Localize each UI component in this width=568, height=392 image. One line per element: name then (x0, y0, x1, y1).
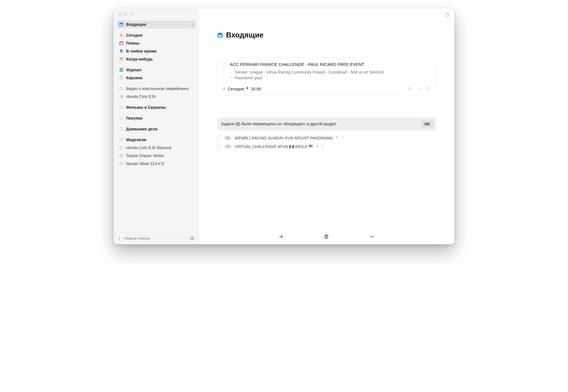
open-in-new-window-button[interactable] (445, 12, 450, 19)
project-progress-icon (119, 153, 124, 158)
sidebar-item-label: Фильмы и Сериалы (126, 105, 193, 110)
day-badge: Пт (224, 144, 232, 149)
svg-point-29 (418, 90, 419, 90)
inbox-icon (217, 32, 223, 38)
task-list: Вс WEMBLI RACING SUNDAY FUN MOUNT PANORA… (217, 134, 436, 151)
area-icon (119, 137, 124, 142)
tag-button[interactable] (408, 87, 412, 91)
task-checkbox[interactable] (217, 136, 222, 140)
move-button[interactable] (278, 234, 284, 241)
sidebar-area-films[interactable]: Фильмы и Сериалы (116, 103, 196, 111)
sidebar-area-shopping[interactable]: Покупки (116, 114, 196, 122)
trash-icon (119, 75, 124, 80)
task-when[interactable]: Сегодня 22:00 (222, 87, 261, 91)
stack-icon (445, 12, 450, 18)
task-row[interactable]: Вс WEMBLI RACING SUNDAY FUN MOUNT PANORA… (217, 134, 436, 142)
svg-point-17 (120, 146, 123, 149)
bell-icon (316, 144, 319, 149)
sidebar-project-silvia[interactable]: Nissan Silvia S13 K'S (116, 160, 196, 168)
svg-rect-10 (120, 77, 122, 79)
svg-rect-4 (120, 43, 121, 43)
reminder-time: 22:00 (251, 87, 261, 91)
new-list-label: Новый список (124, 236, 150, 241)
project-progress-icon (119, 94, 124, 99)
sidebar-item-label: Сегодня (126, 33, 193, 37)
task-row[interactable]: Пт VIRTUAL CHALLENGE 4FUN 🇮🇹 IMOLA 🏁 (217, 142, 436, 151)
sidebar-logbook[interactable]: Журнал (116, 66, 196, 74)
svg-point-26 (409, 88, 409, 88)
sidebar-today[interactable]: Сегодня (116, 31, 196, 39)
sidebar-inbox[interactable]: Входящие 1 (116, 20, 196, 28)
more-button[interactable] (369, 233, 375, 241)
sidebar-anytime[interactable]: В любое время (116, 47, 196, 55)
app-window: Входящие 1 Сегодня (114, 9, 454, 244)
svg-point-21 (191, 238, 192, 239)
star-icon (119, 33, 124, 38)
project-icon (119, 161, 124, 166)
task-notes[interactable]: –Serwer: League - Virtua Racing Communit… (230, 69, 431, 81)
sidebar-item-label: Планы (126, 41, 193, 45)
tag-icon (408, 87, 412, 91)
page-title-text: Входящие (226, 31, 264, 39)
flag-button[interactable] (427, 87, 431, 91)
bottom-toolbar (199, 230, 454, 244)
checklist-icon (417, 87, 422, 91)
svg-rect-24 (218, 33, 222, 37)
sidebar-item-label: Honda Civic EJ9 Stanced (126, 145, 193, 150)
note-icon (321, 144, 324, 149)
moved-notice: Задачи (2) были перемещены из «Входящих»… (217, 118, 436, 130)
note-line: Serwer: League - Virtua Racing Community… (235, 69, 383, 75)
sidebar-item-label: Honda Civic EJ9 (126, 94, 193, 99)
svg-point-33 (373, 236, 374, 237)
delete-button[interactable] (323, 234, 329, 241)
task-title[interactable]: ACC FERRARI FRANCE CHALLENGE - PAUL RICA… (230, 62, 364, 67)
svg-rect-16 (120, 139, 123, 141)
svg-point-27 (418, 87, 419, 88)
logbook-icon (119, 67, 124, 72)
sidebar-settings-button[interactable] (189, 235, 195, 241)
minimize-window-icon[interactable] (124, 12, 127, 16)
svg-rect-15 (120, 128, 123, 130)
task-checkbox[interactable] (222, 62, 226, 67)
notice-ok-button[interactable]: OK (421, 120, 434, 128)
zoom-window-icon[interactable] (130, 12, 133, 16)
sidebar-area-home[interactable]: Домашние дела (116, 125, 196, 133)
task-card[interactable]: ACC FERRARI FRANCE CHALLENGE - PAUL RICA… (217, 58, 436, 95)
area-icon (119, 116, 124, 121)
svg-rect-8 (120, 59, 123, 61)
sidebar-item-label: Покупки (126, 116, 193, 120)
new-list-button[interactable]: ＋ Новый список (117, 236, 186, 241)
close-window-icon[interactable] (118, 12, 122, 16)
sidebar-item-label: Корзина (126, 76, 193, 80)
sidebar-area-modeling[interactable]: Моделизм (116, 136, 196, 144)
calendar-icon (119, 41, 124, 46)
sidebar-item-label: Nissan Silvia S13 K'S (126, 161, 193, 166)
svg-rect-14 (120, 117, 123, 119)
sliders-icon (189, 236, 195, 241)
svg-rect-0 (119, 22, 123, 26)
sidebar-upcoming[interactable]: Планы (116, 39, 196, 47)
sidebar-someday[interactable]: Когда-нибудь (116, 55, 196, 63)
archive-icon (119, 57, 124, 62)
task-checkbox[interactable] (217, 144, 222, 149)
svg-point-32 (371, 236, 372, 237)
svg-point-28 (418, 89, 419, 89)
checklist-button[interactable] (417, 87, 422, 91)
svg-rect-5 (121, 43, 122, 43)
task-title: WEMBLI RACING SUNDAY FUN MOUNT PANORAMA (235, 136, 333, 140)
ellipsis-icon (369, 233, 375, 240)
sidebar-trash[interactable]: Корзина (116, 74, 196, 82)
flag-icon (427, 87, 431, 91)
svg-rect-25 (219, 35, 222, 37)
note-icon (341, 136, 344, 140)
sidebar-project-civic-stanced[interactable]: Honda Civic EJ9 Stanced (116, 144, 196, 152)
sidebar-project-civic[interactable]: Honda Civic EJ9 (116, 93, 196, 101)
sidebar-item-label: Домашние дела (126, 127, 193, 131)
task-title: VIRTUAL CHALLENGE 4FUN 🇮🇹 IMOLA 🏁 (235, 144, 313, 149)
sidebar-item-label: В любое время (126, 49, 193, 53)
notice-text: Задачи (2) были перемещены из «Входящих»… (221, 122, 421, 126)
sidebar-project-chaser[interactable]: Toyota Chaser Vertex (116, 152, 196, 160)
sidebar-item-label: Toyota Chaser Vertex (126, 153, 193, 158)
sidebar-project-sim-video[interactable]: Видео о консольном симрейсинге (116, 85, 196, 93)
arrow-right-icon (278, 234, 284, 239)
